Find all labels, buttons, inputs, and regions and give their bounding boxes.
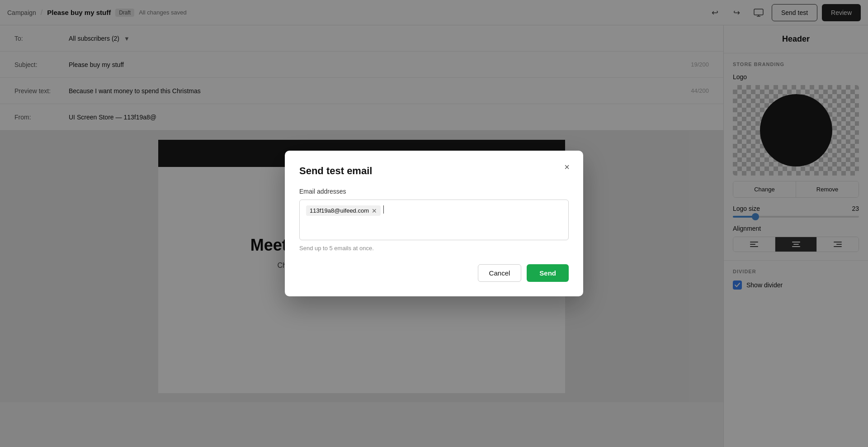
cancel-button[interactable]: Cancel [478, 264, 522, 282]
modal-overlay[interactable]: Send test email × Email addresses 113f19… [0, 0, 868, 447]
email-chip: 113f19a8@uifeed.com ✕ [306, 205, 381, 216]
text-cursor [383, 205, 384, 214]
modal-close-button[interactable]: × [560, 160, 574, 174]
modal-title: Send test email [299, 165, 569, 177]
send-test-modal: Send test email × Email addresses 113f19… [285, 151, 583, 296]
email-addresses-input[interactable]: 113f19a8@uifeed.com ✕ [299, 200, 569, 240]
modal-actions: Cancel Send [299, 264, 569, 282]
modal-send-button[interactable]: Send [527, 264, 569, 282]
chip-remove-button[interactable]: ✕ [372, 208, 377, 214]
email-field-label: Email addresses [299, 188, 569, 195]
modal-hint: Send up to 5 emails at once. [299, 245, 569, 252]
